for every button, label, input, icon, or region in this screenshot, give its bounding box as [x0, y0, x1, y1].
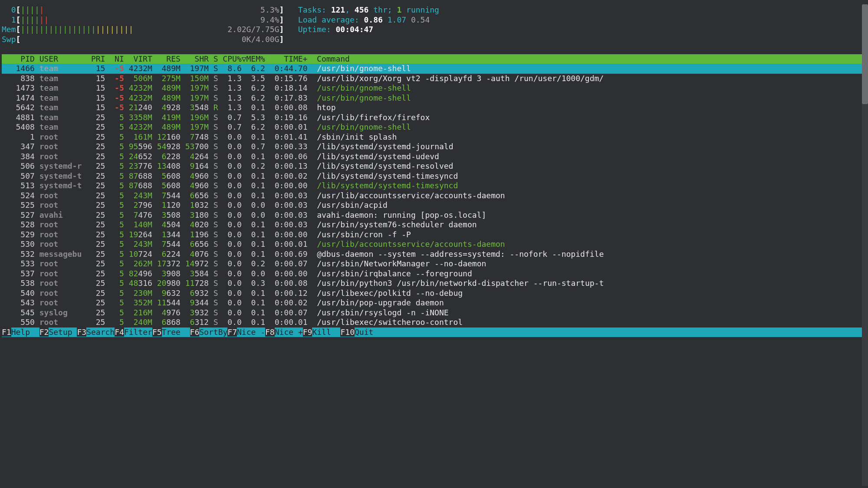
fkey-F4-label[interactable]: Filter [124, 328, 152, 337]
fkey-F3-label[interactable]: Search [86, 328, 115, 337]
fkey-F1[interactable]: F1 [2, 328, 11, 337]
process-row[interactable]: 532 messagebu 25 5 10724 6224 4076 S 0.0… [2, 249, 866, 259]
process-row[interactable]: 545 syslog 25 5 216M 4976 3932 S 0.0 0.1… [2, 308, 866, 318]
process-row[interactable]: 543 root 25 5 352M 11544 9344 S 0.0 0.1 … [2, 298, 866, 308]
process-row[interactable]: 5642 team 15 -5 21240 4928 3548 R 1.3 0.… [2, 103, 866, 113]
fkey-F1-label[interactable]: Help [11, 328, 39, 337]
tasks-summary: Tasks: 121, 456 thr; 1 running [298, 5, 439, 14]
fkey-F9[interactable]: F9 [303, 328, 312, 337]
process-row[interactable]: 525 root 25 5 2796 1120 1032 S 0.0 0.0 0… [2, 200, 866, 210]
process-row[interactable]: 4881 team 25 5 3358M 419M 196M S 0.7 5.3… [2, 113, 866, 123]
process-row[interactable]: 530 root 25 5 243M 7544 6656 S 0.0 0.1 0… [2, 239, 866, 249]
process-row[interactable]: 507 systemd-t 25 5 87688 5608 4960 S 0.0… [2, 171, 866, 181]
process-row[interactable]: 1474 team 15 -5 4232M 489M 197M S 1.3 6.… [2, 93, 866, 103]
process-row[interactable]: 506 systemd-r 25 5 23776 13408 9164 S 0.… [2, 161, 866, 171]
fkey-F2[interactable]: F2 [39, 328, 49, 337]
scrollbar-thumb[interactable] [862, 4, 868, 104]
fkey-F5-label[interactable]: Tree [162, 328, 190, 337]
fkey-F8-label[interactable]: Nice + [275, 328, 303, 337]
process-row[interactable]: 550 root 25 5 240M 6868 6312 S 0.0 0.1 0… [2, 318, 866, 328]
fkey-F4[interactable]: F4 [115, 328, 124, 337]
fkey-F10-label[interactable]: Quit [355, 328, 383, 337]
cpu0-meter: 0[||||| 5.3%] [2, 5, 284, 14]
mem-meter: Mem[|||||||||||||||||||||||| 2.02G/7.75G… [2, 25, 284, 34]
process-row[interactable]: 838 team 15 -5 506M 275M 150M S 1.3 3.5 … [2, 74, 866, 84]
htop-screen: 0[||||| 5.3%] Tasks: 121, 456 thr; 1 run… [0, 0, 868, 488]
process-row[interactable]: 528 root 25 5 140M 4504 4020 S 0.0 0.1 0… [2, 220, 866, 230]
process-row[interactable]: 540 root 25 5 230M 9632 6932 S 0.0 0.1 0… [2, 288, 866, 298]
fkey-F2-label[interactable]: Setup [49, 328, 77, 337]
fkey-F6[interactable]: F6 [190, 328, 200, 337]
process-row[interactable]: 527 avahi 25 5 7476 3508 3180 S 0.0 0.0 … [2, 210, 866, 220]
fkey-F3[interactable]: F3 [77, 328, 86, 337]
process-row[interactable]: 1473 team 15 -5 4232M 489M 197M S 1.3 6.… [2, 83, 866, 93]
process-row[interactable]: 1466 team 15 -5 4232M 489M 197M S 8.6 6.… [2, 64, 862, 74]
fkey-F5[interactable]: F5 [152, 328, 162, 337]
process-row[interactable]: 524 root 25 5 243M 7544 6656 S 0.0 0.1 0… [2, 191, 866, 201]
process-row[interactable]: 537 root 25 5 82496 3908 3584 S 0.0 0.0 … [2, 269, 866, 279]
process-row[interactable]: 513 systemd-t 25 5 87688 5608 4960 S 0.0… [2, 181, 866, 191]
process-row[interactable]: 5408 team 25 5 4232M 489M 197M S 0.7 6.2… [2, 122, 866, 132]
cpu1-meter: 1[|||||| 9.4%] [2, 15, 284, 24]
process-row[interactable]: 1 root 25 5 161M 12160 7748 S 0.0 0.1 0:… [2, 132, 866, 142]
fkey-F6-label[interactable]: SortBy [199, 328, 227, 337]
process-row[interactable]: 347 root 25 5 95596 54928 53700 S 0.0 0.… [2, 142, 866, 152]
fkey-F7[interactable]: F7 [227, 328, 237, 337]
process-row[interactable]: 533 root 25 5 262M 17372 14972 S 0.0 0.2… [2, 259, 866, 269]
process-row[interactable]: 538 root 25 5 48316 20980 11728 S 0.0 0.… [2, 278, 866, 288]
process-table-header[interactable]: PID USER PRI NI VIRT RES SHR S CPU%▽MEM%… [2, 54, 862, 64]
fkey-F10[interactable]: F10 [340, 328, 355, 337]
function-key-bar[interactable]: F1Help F2Setup F3SearchF4FilterF5Tree F6… [2, 328, 866, 337]
process-row[interactable]: 384 root 25 5 24652 6228 4264 S 0.0 0.1 … [2, 152, 866, 162]
uptime-summary: Uptime: 00:04:47 [298, 25, 373, 34]
fkey-F7-label[interactable]: Nice - [237, 328, 265, 337]
process-row[interactable]: 529 root 25 5 19264 1344 1196 S 0.0 0.1 … [2, 230, 866, 240]
fkey-F8[interactable]: F8 [265, 328, 275, 337]
fkey-F9-label[interactable]: Kill [312, 328, 340, 337]
load-summary: Load average: 0.86 1.07 0.54 [298, 15, 430, 24]
swp-meter: Swp[ 0K/4.00G] [2, 35, 284, 44]
